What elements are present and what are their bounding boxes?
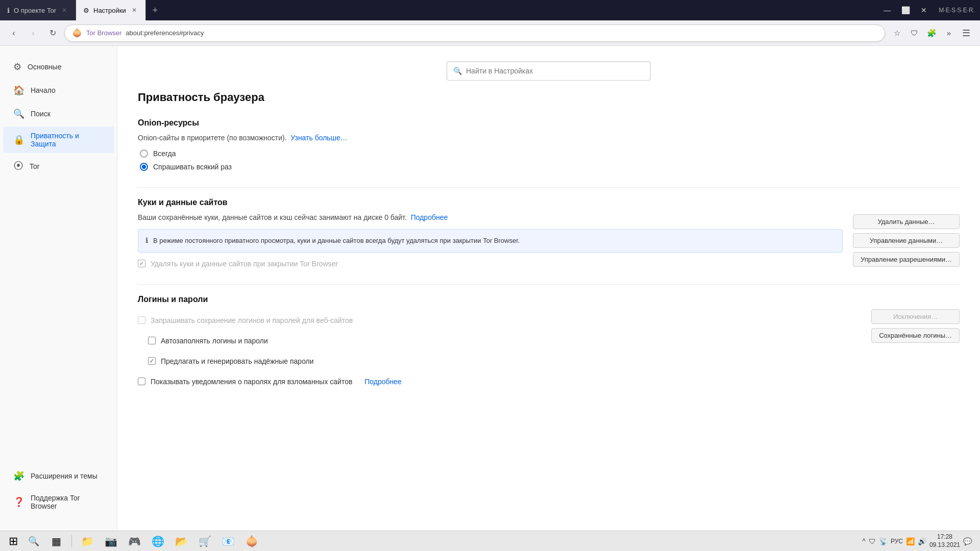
autofill-checkbox[interactable] [148, 337, 156, 344]
search-input[interactable] [466, 67, 644, 75]
suggest-strong-label: Предлагать и генерировать надёжные парол… [161, 357, 314, 365]
exceptions-button[interactable]: Исключения… [871, 309, 960, 324]
ask-save-row: Запрашивать сохранение логинов и паролей… [138, 316, 861, 324]
cookies-delete-checkbox: ✓ [138, 260, 145, 267]
taskbar-app-store[interactable]: 🎮 [123, 532, 145, 550]
tray-volume-icon[interactable]: 🔊 [918, 537, 926, 545]
tray-wifi-icon[interactable]: 📶 [906, 537, 915, 545]
tray-security-icon[interactable]: 🛡 [869, 537, 876, 545]
manage-data-button[interactable]: Управление данными… [853, 233, 960, 248]
tray-network-icon[interactable]: 📡 [879, 537, 888, 545]
sidebar-item-home[interactable]: 🏠 Начало [3, 80, 114, 101]
close-button[interactable]: ✕ [916, 3, 932, 18]
sidebar-item-search[interactable]: 🔍 Поиск [3, 103, 114, 124]
taskbar-app-explorer[interactable]: 📂 [170, 532, 192, 550]
tab-settings-label: Настройки [93, 7, 126, 14]
info-icon: ℹ [145, 236, 148, 244]
sidebar-top: ⚙ Основные 🏠 Начало 🔍 Поиск 🔒 Приватност… [0, 56, 117, 177]
taskbar-app-edge[interactable]: 🌐 [146, 532, 169, 550]
taskbar-apps: 📁 📷 🎮 🌐 📂 🛒 📧 🧅 [76, 532, 263, 550]
taskbar-search-icon: 🔍 [28, 536, 39, 547]
menu-button[interactable]: ☰ [959, 26, 974, 41]
logins-layout: Запрашивать сохранение логинов и паролей… [138, 309, 960, 386]
tray-notify-icon[interactable]: 💬 [963, 537, 972, 545]
tray-clock[interactable]: 17:28 09.13.2021 [929, 533, 960, 549]
taskbar-tray: ^ 🛡 📡 РУС 📶 🔊 17:28 09.13.2021 💬 [858, 533, 976, 549]
start-button[interactable]: ⊞ [4, 532, 22, 550]
browser-label: Tor Browser [86, 29, 121, 37]
sidebar-item-extensions[interactable]: 🧩 Расширения и темы [3, 465, 114, 487]
section-logins: Логины и пароли Запрашивать сохранение л… [138, 295, 960, 386]
onion-section-desc: Onion-сайты в приоритете (по возможности… [138, 133, 960, 143]
sidebar-item-general[interactable]: ⚙ Основные [3, 56, 114, 78]
suggest-strong-row[interactable]: ✓ Предлагать и генерировать надёжные пар… [148, 357, 861, 365]
maximize-button[interactable]: ⬜ [898, 3, 913, 18]
taskbar: ⊞ 🔍 ▦ 📁 📷 🎮 🌐 📂 🛒 📧 🧅 ^ 🛡 📡 РУС 📶 🔊 17:2… [0, 531, 980, 551]
minimize-button[interactable]: — [879, 3, 895, 18]
home-icon: 🏠 [13, 85, 24, 96]
tab-about-close[interactable]: ✕ [60, 6, 68, 14]
taskbar-app-camera[interactable]: 📷 [100, 532, 122, 550]
taskbar-app-tor[interactable]: 🧅 [240, 532, 263, 550]
breach-alerts-row[interactable]: Показывать уведомления о паролях для взл… [138, 378, 861, 386]
delete-data-button[interactable]: Удалить данные… [853, 214, 960, 229]
cookies-delete-label: Удалять куки и данные сайтов при закрыти… [151, 260, 338, 268]
taskbar-app-shop[interactable]: 🛒 [193, 532, 216, 550]
ask-save-checkbox[interactable] [138, 316, 145, 324]
new-tab-button[interactable]: + [146, 0, 164, 20]
reload-button[interactable]: ↻ [45, 26, 60, 41]
cookies-info-box: ℹ В режиме постоянного приватного просмо… [138, 229, 843, 253]
sidebar-item-tor-label: Tor [30, 162, 39, 170]
radio-ask[interactable]: Спрашивать всякий раз [140, 163, 960, 171]
toolbar-icons: ☆ 🛡 🧩 » ☰ [889, 26, 974, 41]
onion-learn-more-link[interactable]: Узнать больше… [290, 134, 347, 142]
shield-icon[interactable]: 🛡 [906, 26, 922, 41]
taskbar-app-mail[interactable]: 📧 [217, 532, 239, 550]
sidebar-item-tor[interactable]: ⦿ Tor [3, 155, 114, 177]
tab-settings[interactable]: ⚙ Настройки ✕ [76, 0, 146, 20]
breach-alerts-checkbox[interactable] [138, 378, 145, 385]
url-bar[interactable]: 🧅 Tor Browser about:preferences#privacy [64, 24, 885, 42]
autofill-row[interactable]: Автозаполнять логины и пароли [148, 337, 861, 345]
titlebar: ℹ О проекте Tor ✕ ⚙ Настройки ✕ + — ⬜ ✕ … [0, 0, 980, 20]
more-button[interactable]: » [941, 26, 957, 41]
search-icon: 🔍 [13, 108, 24, 119]
forward-button[interactable]: › [26, 26, 41, 41]
extensions-icon[interactable]: 🧩 [924, 26, 939, 41]
taskbar-app-files[interactable]: 📁 [76, 532, 99, 550]
logins-left: Запрашивать сохранение логинов и паролей… [138, 309, 861, 386]
manage-permissions-button[interactable]: Управление разрешениями… [853, 252, 960, 267]
logins-section-title: Логины и пароли [138, 295, 960, 304]
back-button[interactable]: ‹ [6, 26, 21, 41]
cookies-delete-checkbox-row: ✓ Удалять куки и данные сайтов при закры… [138, 260, 843, 268]
tab-settings-icon: ⚙ [83, 7, 89, 14]
onion-radio-group: Всегда Спрашивать всякий раз [140, 149, 960, 171]
tab-bar: ℹ О проекте Tor ✕ ⚙ Настройки ✕ + [0, 0, 874, 20]
search-bar-icon: 🔍 [453, 67, 462, 75]
saved-logins-button[interactable]: Сохранённые логины… [871, 328, 960, 343]
window-controls: — ⬜ ✕ M·E·S·S·E·R. [874, 3, 980, 18]
breach-learn-more-link[interactable]: Подробнее [364, 378, 402, 386]
sidebar-item-privacy[interactable]: 🔒 Приватность и Защита [3, 127, 114, 153]
radio-ask-label: Спрашивать всякий раз [153, 163, 232, 171]
taskbar-search-button[interactable]: 🔍 [24, 532, 43, 550]
radio-always[interactable]: Всегда [140, 149, 960, 158]
suggest-strong-checkbox[interactable]: ✓ [148, 357, 156, 365]
search-bar[interactable]: 🔍 [447, 61, 651, 81]
tab-about[interactable]: ℹ О проекте Tor ✕ [0, 0, 76, 20]
sidebar-item-support-label: Поддержка Tor Browser [31, 494, 104, 510]
sidebar-item-extensions-label: Расширения и темы [31, 472, 97, 480]
tab-about-icon: ℹ [7, 7, 10, 14]
sidebar-item-support[interactable]: ❓ Поддержка Tor Browser [3, 489, 114, 515]
sidebar-bottom: 🧩 Расширения и темы ❓ Поддержка Tor Brow… [0, 465, 117, 520]
cookies-learn-more-link[interactable]: Подробнее [411, 213, 448, 221]
tray-chevron-icon[interactable]: ^ [862, 537, 866, 545]
sidebar-item-search-label: Поиск [31, 110, 51, 118]
radio-ask-circle [140, 163, 148, 171]
cookies-section-title: Куки и данные сайтов [138, 198, 960, 207]
bookmark-icon[interactable]: ☆ [889, 26, 904, 41]
radio-always-circle [140, 149, 148, 158]
taskbar-widgets-button[interactable]: ▦ [45, 532, 67, 550]
tray-lang[interactable]: РУС [891, 538, 903, 545]
tab-settings-close[interactable]: ✕ [130, 6, 138, 14]
